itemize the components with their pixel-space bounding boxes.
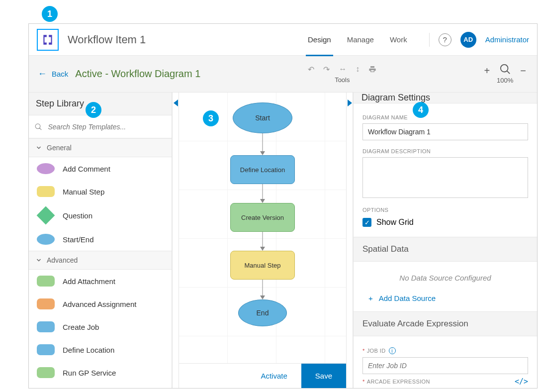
redo-icon[interactable]: ↷ (323, 65, 330, 74)
show-grid-checkbox[interactable]: ✓ (362, 218, 371, 227)
rect-icon (37, 367, 55, 378)
chevron-down-icon (36, 257, 42, 263)
canvas-area: Start Define Location Create Version Man… (179, 93, 346, 388)
toolbar: ← Back Active - Workflow Diagram 1 ↶ ↷ ↔… (29, 56, 537, 93)
step-question[interactable]: Question (29, 203, 172, 228)
edge (263, 184, 263, 199)
node-create-version[interactable]: Create Version (230, 203, 295, 232)
node-define-location[interactable]: Define Location (230, 155, 295, 184)
arrowhead-icon (260, 295, 265, 299)
job-id-input[interactable] (362, 357, 528, 374)
app-logo[interactable] (37, 29, 59, 51)
diagram-name-input[interactable] (362, 123, 528, 140)
job-id-label: *JOB IDi (362, 347, 528, 354)
arrowhead-icon (260, 199, 265, 203)
no-source-text: No Data Source Configured (354, 262, 537, 288)
page-title: Workflow Item 1 (68, 33, 146, 46)
nav-manage[interactable]: Manage (345, 24, 376, 56)
plus-icon: + (368, 294, 373, 302)
canvas-footer: Activate Save (179, 363, 346, 388)
add-data-source-link[interactable]: +Add Data Source (354, 288, 537, 311)
divider (429, 33, 430, 47)
tools-label: Tools (308, 76, 376, 84)
step-library-panel: Step Library General Add Comment Manual … (29, 93, 172, 388)
diagram-desc-input[interactable] (362, 157, 528, 198)
top-bar: Workflow Item 1 Design Manage Work ? AD … (29, 24, 537, 56)
zoom-percent: 100% (497, 77, 513, 84)
back-link[interactable]: Back (52, 70, 68, 78)
undo-icon[interactable]: ↶ (308, 65, 314, 74)
main-area: Step Library General Add Comment Manual … (29, 93, 537, 388)
search-icon (35, 123, 42, 131)
zoom-out-button[interactable]: − (520, 64, 526, 76)
search-input[interactable] (47, 122, 166, 131)
node-start[interactable]: Start (233, 102, 292, 133)
diagram-title: Active - Workflow Diagram 1 (75, 68, 200, 80)
print-icon[interactable] (368, 65, 376, 74)
collapse-right[interactable] (346, 93, 353, 388)
save-button[interactable]: Save (301, 364, 346, 388)
code-icon[interactable]: </> (515, 377, 528, 386)
back-arrow-icon[interactable]: ← (38, 69, 47, 79)
show-grid-label: Show Grid (376, 218, 414, 227)
rect-icon (37, 276, 55, 287)
node-manual-step[interactable]: Manual Step (230, 251, 295, 280)
diamond-icon (37, 206, 55, 225)
step-run-gp[interactable]: Run GP Service (29, 361, 172, 384)
edge (263, 232, 263, 247)
edge (263, 280, 263, 295)
callout-1: 1 (42, 6, 58, 22)
rect-icon (37, 344, 55, 355)
step-define-location[interactable]: Define Location (29, 338, 172, 361)
category-general[interactable]: General (29, 138, 172, 157)
align-horizontal-icon[interactable]: ↔ (339, 65, 347, 74)
diagram-name-label: DIAGRAM NAME (362, 114, 528, 120)
zoom-in-button[interactable]: + (484, 64, 490, 76)
nav-work[interactable]: Work (388, 24, 409, 56)
help-icon[interactable]: ? (439, 33, 451, 46)
callout-2: 2 (86, 102, 101, 118)
step-adv-assignment[interactable]: Advanced Assignment (29, 293, 172, 315)
arcade-head: Evaluate Arcade Expression (354, 311, 537, 336)
step-manual[interactable]: Manual Step (29, 180, 172, 203)
arrowhead-icon (260, 247, 265, 251)
options-label: OPTIONS (362, 207, 528, 213)
rect-icon (37, 298, 55, 309)
app-window: Workflow Item 1 Design Manage Work ? AD … (28, 23, 538, 389)
arrowhead-icon (260, 151, 265, 155)
oval-icon (37, 163, 55, 174)
edge (263, 133, 263, 151)
activate-button[interactable]: Activate (247, 364, 301, 388)
caret-left-icon (174, 99, 178, 106)
diagram-canvas[interactable]: Start Define Location Create Version Man… (179, 93, 346, 363)
collapse-left[interactable] (172, 93, 179, 388)
caret-right-icon (348, 99, 352, 106)
tools-group: ↶ ↷ ↔ ↕ Tools (308, 65, 376, 84)
nav-design[interactable]: Design (306, 24, 333, 56)
node-end[interactable]: End (238, 299, 287, 326)
step-create-job[interactable]: Create Job (29, 315, 172, 338)
step-add-attachment[interactable]: Add Attachment (29, 270, 172, 293)
diagram-desc-label: DIAGRAM DESCRIPTION (362, 148, 528, 154)
info-icon[interactable]: i (389, 347, 396, 354)
workflow-icon (41, 33, 54, 46)
category-advanced[interactable]: Advanced (29, 251, 172, 270)
step-start-end[interactable]: Start/End (29, 228, 172, 251)
chevron-down-icon (36, 145, 42, 151)
avatar[interactable]: AD (460, 32, 476, 48)
rect-icon (37, 321, 55, 332)
magnifier-icon[interactable] (500, 64, 511, 75)
diagram-settings-panel: Diagram Settings DIAGRAM NAME DIAGRAM DE… (353, 93, 537, 388)
spatial-data-head: Spatial Data (354, 237, 537, 262)
callout-4: 4 (413, 102, 429, 118)
align-vertical-icon[interactable]: ↕ (356, 65, 360, 74)
callout-3: 3 (203, 110, 219, 126)
oval-icon (37, 234, 55, 245)
diagram-settings-title: Diagram Settings (354, 93, 537, 103)
rect-icon (37, 186, 55, 197)
arcade-expression-label: *ARCADE EXPRESSION (362, 379, 430, 385)
step-add-comment[interactable]: Add Comment (29, 157, 172, 180)
username-link[interactable]: Administrator (485, 35, 529, 44)
